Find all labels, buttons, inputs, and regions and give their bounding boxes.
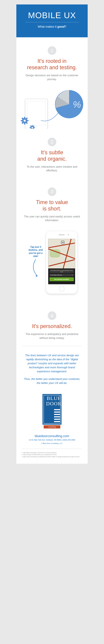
svg-text:consulting: consulting	[48, 426, 56, 428]
iphone-mock: 95 The closest driver is approximately 2…	[46, 231, 77, 294]
hero-sub-post: ?	[65, 25, 66, 28]
set-pickup-button: Set pickup location	[50, 277, 74, 281]
section-title: It's subtle and organic.	[22, 149, 82, 162]
svg-rect-25	[54, 409, 60, 410]
hero-sub-pre: What makes it	[38, 25, 57, 28]
reference-item: http://uxmag.com/articles/the-top-ux-pre…	[23, 454, 83, 456]
park-shape	[50, 249, 60, 258]
callout-text: Tap just 3 buttons, and you've got a rid…	[27, 246, 44, 258]
svg-rect-3	[21, 120, 22, 121]
bluedoor-logo: BLUE DOOR consulting	[39, 394, 65, 430]
ride-panel: The closest driver is approximately 2 mi…	[48, 268, 75, 284]
phone-speaker-icon	[59, 234, 65, 235]
map-view: 95	[48, 239, 75, 268]
section-1: 1 It's rooted in research and testing. D…	[16, 37, 88, 87]
address-row: 21 W New York Ave ➔	[50, 274, 74, 276]
hero-title: MOBILE UX	[19, 10, 85, 20]
infographic-page: MOBILE UX What makes it good? 1 It's roo…	[16, 4, 88, 464]
svg-rect-14	[34, 127, 35, 128]
footer-copyright: © Blue Door Consulting, LLC.	[22, 442, 82, 444]
driver-status: The closest driver is approximately 2 mi…	[50, 269, 74, 273]
section-3: 3 Time to value is short. The user can q…	[16, 178, 88, 228]
svg-rect-1	[24, 117, 25, 118]
svg-rect-26	[54, 412, 60, 412]
section-title: It's personalized.	[22, 323, 82, 329]
pickup-address: 21 W New York Ave	[50, 274, 62, 276]
callout-group: Tap just 3 buttons, and you've got a rid…	[27, 246, 44, 279]
section-2: 2 It's subtle and organic. To the user, …	[16, 129, 88, 178]
svg-rect-11	[32, 125, 33, 126]
reference-item: http://blog.invisionapp.com/common-ux-mi…	[23, 452, 83, 454]
svg-text:DOOR: DOOR	[46, 401, 62, 406]
footer-contact: bluedoorconsulting.com 21 W. New York Av…	[22, 434, 82, 444]
footer-url: bluedoorconsulting.com	[22, 434, 82, 438]
logo-area: BLUE DOOR consulting bluedoorconsulting.…	[16, 392, 88, 449]
svg-point-19	[32, 127, 33, 128]
references: http://blog.invisionapp.com/common-ux-mi…	[16, 449, 88, 464]
hero-subtitle: What makes it good?	[19, 25, 85, 28]
section-desc: The user can quickly (and easily) access…	[22, 215, 82, 222]
number-badge: 4	[48, 311, 56, 320]
number-badge: 3	[48, 188, 56, 196]
svg-point-9	[24, 120, 26, 122]
svg-rect-28	[54, 416, 60, 417]
footer-address: 21 W. New York Ave. Oshkosh, WI 54901 | …	[22, 439, 82, 441]
number-badge: 2	[48, 138, 56, 146]
hero-sub-em: good	[57, 25, 65, 28]
percent-glyph: %	[73, 99, 81, 110]
svg-rect-30	[54, 421, 60, 422]
svg-rect-27	[54, 414, 60, 415]
section-desc: To the user, interactions seem intuitive…	[22, 165, 82, 172]
section-title: It's rooted in research and testing.	[22, 58, 82, 70]
conclusion-block: The lines between UX and service design …	[16, 346, 88, 392]
hero-panel: MOBILE UX What makes it good?	[16, 4, 88, 37]
route-shield: 95	[61, 241, 64, 244]
illustration-research: %	[16, 87, 88, 129]
section-desc: Design decisions are based on the custom…	[22, 74, 82, 81]
section-4: 4 It's personalized. The experience is a…	[16, 302, 88, 346]
home-button-icon	[59, 286, 64, 292]
arrow-curve-icon	[31, 258, 40, 279]
phone-screen: 95 The closest driver is approximately 2…	[48, 239, 75, 284]
pie-chart-icon: %	[54, 88, 85, 120]
svg-rect-13	[30, 127, 31, 128]
chevron-right-icon: ➔	[72, 274, 73, 276]
reference-item: https://www.usertesting.com/blog/2015/11…	[23, 456, 83, 458]
svg-rect-29	[54, 419, 60, 420]
section-desc: The experience is anticipatory and predi…	[22, 332, 82, 340]
phone-camera-icon	[68, 234, 69, 235]
svg-rect-4	[27, 120, 28, 121]
svg-text:BLUE: BLUE	[47, 396, 61, 401]
section-title: Time to value is short.	[22, 199, 82, 212]
gears-icon	[19, 113, 37, 129]
illustration-phone: Tap just 3 buttons, and you've got a rid…	[16, 228, 88, 302]
conclusion-p2: Thus, the better you understand your cus…	[24, 377, 80, 385]
conclusion-p1: The lines between UX and service design …	[24, 354, 80, 374]
svg-rect-2	[24, 123, 25, 124]
number-badge: 1	[48, 46, 56, 55]
